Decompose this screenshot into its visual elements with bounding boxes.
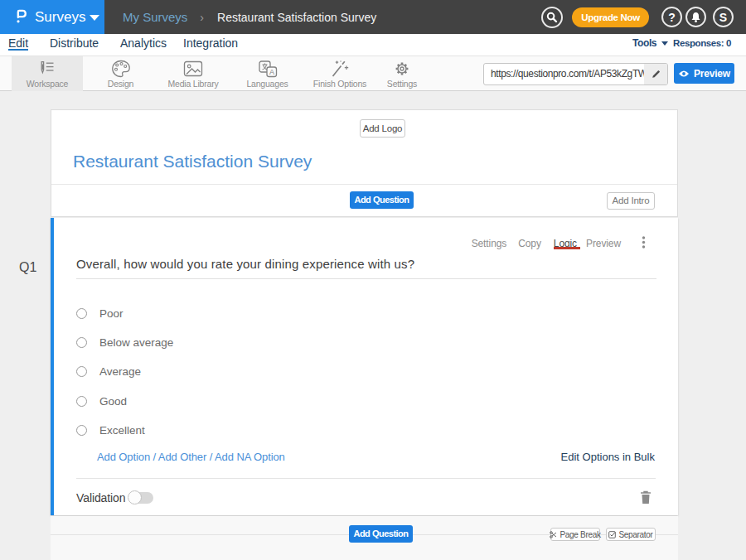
svg-text:A: A [269,68,274,76]
